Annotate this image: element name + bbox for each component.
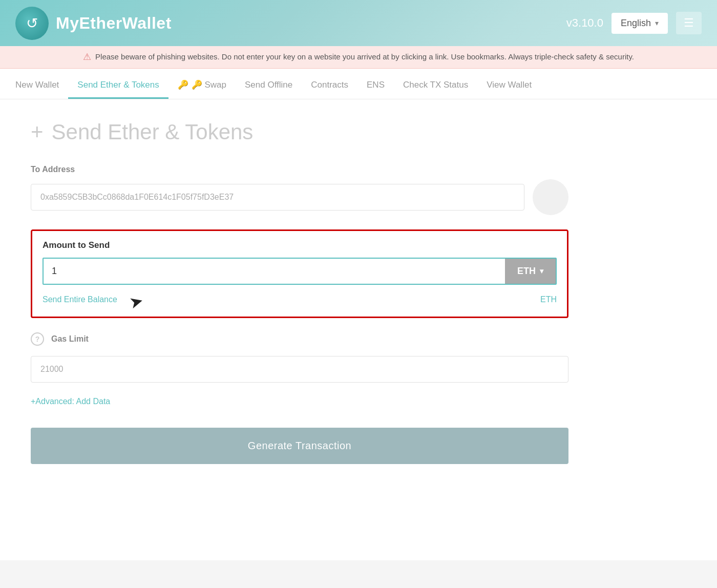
gas-row: ? Gas Limit	[31, 332, 568, 346]
menu-button[interactable]: ☰	[676, 12, 702, 34]
gas-info-icon[interactable]: ?	[31, 332, 44, 346]
to-address-group: To Address	[31, 165, 568, 215]
warning-text: Please beware of phishing websites. Do n…	[95, 51, 634, 63]
nav-send-offline[interactable]: Send Offline	[236, 80, 302, 99]
navigation: New Wallet Send Ether & Tokens 🔑 🔑 Swap …	[0, 69, 717, 99]
cursor-arrow-icon: ➤	[127, 290, 145, 313]
version-label: v3.10.0	[566, 16, 603, 30]
to-address-input[interactable]	[31, 184, 524, 211]
swap-icon: 🔑	[178, 79, 188, 90]
amount-bottom-row: Send Entire Balance ➤ ETH	[43, 290, 557, 309]
amount-label: Amount to Send	[43, 240, 557, 250]
main-content: + Send Ether & Tokens To Address Amount …	[0, 99, 717, 560]
header-right: v3.10.0 English ☰	[566, 12, 702, 34]
qr-scan-button[interactable]	[533, 179, 568, 215]
advanced-add-data-link[interactable]: +Advanced: Add Data	[31, 397, 110, 406]
header: ↺ MyEtherWallet v3.10.0 English ☰	[0, 0, 717, 46]
nav-view-wallet[interactable]: View Wallet	[477, 80, 541, 99]
nav-contracts[interactable]: Contracts	[302, 80, 357, 99]
nav-send-ether-tokens[interactable]: Send Ether & Tokens	[68, 80, 168, 99]
menu-icon: ☰	[684, 16, 694, 30]
nav-new-wallet[interactable]: New Wallet	[15, 80, 68, 99]
logo-icon: ↺	[15, 7, 49, 40]
nav-check-tx[interactable]: Check TX Status	[394, 80, 477, 99]
to-address-label: To Address	[31, 165, 568, 174]
warning-icon: ⚠	[83, 51, 91, 62]
eth-dropdown-hint: ETH	[540, 295, 557, 304]
warning-bar: ⚠ Please beware of phishing websites. Do…	[0, 46, 717, 69]
amount-input[interactable]	[44, 259, 505, 284]
address-row	[31, 179, 568, 215]
send-entire-balance-link[interactable]: Send Entire Balance	[43, 295, 117, 304]
generate-transaction-button[interactable]: Generate Transaction	[31, 428, 568, 464]
nav-swap[interactable]: 🔑 🔑 Swap	[168, 79, 236, 99]
nav-ens[interactable]: ENS	[357, 80, 394, 99]
page-title: + Send Ether & Tokens	[31, 120, 686, 144]
gas-limit-label: Gas Limit	[51, 334, 89, 344]
language-button[interactable]: English	[611, 13, 668, 34]
gas-limit-group: ? Gas Limit	[31, 332, 568, 383]
title-plus: +	[31, 120, 44, 144]
currency-dropdown-button[interactable]: ETH	[505, 259, 556, 284]
amount-to-send-box: Amount to Send ETH Send Entire Balance ➤…	[31, 229, 568, 318]
amount-input-row: ETH	[43, 258, 557, 285]
app-title: MyEtherWallet	[56, 14, 172, 33]
title-text: Send Ether & Tokens	[52, 120, 254, 144]
gas-limit-input[interactable]	[31, 356, 568, 383]
send-form: To Address Amount to Send ETH Send Entir…	[31, 165, 568, 464]
logo-area: ↺ MyEtherWallet	[15, 7, 172, 40]
